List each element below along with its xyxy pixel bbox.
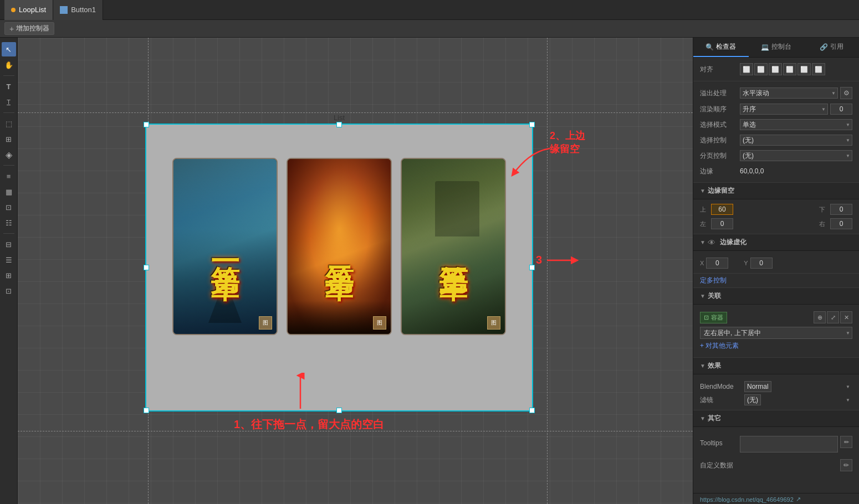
align-btn-top[interactable]: ⬜	[783, 63, 796, 75]
card-2[interactable]: 第二章 图	[287, 158, 392, 335]
effects-panel: BlendMode Normal 滤镜 (无)	[693, 374, 859, 410]
handle-ml[interactable]	[144, 265, 149, 270]
filter-select[interactable]: (无)	[744, 394, 761, 405]
tool-text[interactable]: T	[2, 79, 16, 94]
tooltips-edit-button[interactable]: ✏	[840, 436, 852, 448]
assoc-expand-button[interactable]: ⤢	[827, 311, 839, 323]
margin-summary-text: 60,0,0,0	[740, 167, 764, 175]
effects-collapse-arrow: ▼	[700, 363, 705, 369]
overflow-settings-button[interactable]: ⚙	[840, 87, 852, 99]
url-text[interactable]: https://blog.csdn.net/qq_46649692	[700, 496, 794, 503]
margin-left-input[interactable]	[711, 218, 733, 229]
assoc-alignment-select[interactable]: 左右居中, 上下居中	[700, 327, 852, 339]
align-btn-right[interactable]: ⬜	[769, 63, 782, 75]
blur-y-input[interactable]	[750, 258, 773, 269]
handle-bl[interactable]	[144, 408, 149, 413]
align-btn-center-v[interactable]: ⬜	[797, 63, 811, 75]
card-3[interactable]: 第三章 图	[401, 158, 506, 335]
left-tools: ↖ ✋ T T ⬚ ⊞ ◈ ≡ ▦ ⊡ ☷ ⊟ ☰ ⊞ ⊡	[0, 38, 18, 504]
blur-section-header[interactable]: ▼ 👁 边缘虚化	[693, 234, 859, 251]
tab-dot	[11, 8, 16, 12]
card-2-text: 第二章	[325, 243, 354, 250]
add-controller-button[interactable]: + 增加控制器	[4, 22, 54, 35]
render-order-select[interactable]: 升序	[740, 104, 828, 115]
tool-frame[interactable]: ⊡	[2, 200, 16, 214]
url-link-icon[interactable]: ↗	[796, 496, 801, 503]
margin-section-header[interactable]: ▼ 边缘留空	[693, 183, 859, 199]
more-control-row: 定多控制	[693, 274, 859, 288]
page-control-select[interactable]: (无)	[740, 150, 852, 161]
page-control-wrapper: (无)	[740, 150, 852, 161]
more-control-link[interactable]: 定多控制	[700, 276, 727, 284]
tab-button1[interactable]: Button1	[53, 0, 103, 20]
tab-looplist[interactable]: LoopList	[4, 0, 53, 20]
margin-right-input[interactable]	[830, 218, 852, 229]
overflow-row: 溢出处理 水平滚动 ⚙	[700, 85, 852, 101]
overflow-section: 溢出处理 水平滚动 ⚙ 渲染顺序 升序	[693, 81, 859, 183]
tool-select[interactable]: ↖	[2, 42, 16, 56]
blend-mode-select-wrapper: Normal	[744, 381, 852, 392]
blur-x-input[interactable]	[706, 258, 728, 269]
assoc-target-button[interactable]: ⊕	[814, 311, 826, 323]
handle-br[interactable]	[529, 408, 535, 413]
select-mode-select[interactable]: 单选	[740, 119, 852, 130]
card-1[interactable]: 第一章 图	[172, 158, 278, 335]
tab-reference[interactable]: 🔗 引用	[804, 38, 859, 57]
margin-top-input[interactable]	[711, 204, 733, 215]
tool-panel[interactable]: ☷	[2, 215, 16, 230]
select-control-wrapper: (无)	[740, 135, 852, 146]
tab-inspector[interactable]: 🔍 检查器	[693, 38, 749, 57]
custom-data-edit-button[interactable]: ✏	[840, 459, 852, 471]
handle-bc[interactable]	[336, 408, 342, 413]
list-container[interactable]: List 第一章 图	[145, 124, 533, 412]
render-order-select-wrapper: 升序	[740, 104, 828, 115]
console-label: 控制台	[771, 42, 791, 52]
tool-menu[interactable]: ☰	[2, 253, 16, 267]
align-btn-center-h[interactable]: ⬜	[754, 63, 768, 75]
tab-console[interactable]: 💻 控制台	[749, 38, 804, 57]
handle-tl[interactable]	[144, 122, 149, 127]
tool-page[interactable]: ⊡	[2, 284, 16, 298]
margin-section-title: 边缘留空	[708, 186, 734, 196]
assoc-section-header[interactable]: ▼ 关联	[693, 288, 859, 305]
tool-text2[interactable]: T	[2, 95, 16, 109]
handle-tc[interactable]	[336, 122, 342, 127]
page-control-label: 分页控制	[700, 151, 740, 161]
main-area: ↖ ✋ T T ⬚ ⊞ ◈ ≡ ▦ ⊡ ☷ ⊟ ☰ ⊞ ⊡ List	[0, 38, 859, 504]
tooltips-area[interactable]	[740, 436, 838, 452]
tool-table[interactable]: ▦	[2, 184, 16, 199]
tool-grid2[interactable]: ⊞	[2, 268, 16, 282]
others-section-title: 其它	[708, 414, 721, 423]
blend-mode-select[interactable]: Normal	[744, 381, 771, 392]
overflow-select[interactable]: 水平滚动	[740, 88, 838, 99]
add-other-element-link[interactable]: 对其他元素	[700, 339, 852, 353]
align-btn-bottom[interactable]: ⬜	[812, 63, 825, 75]
tool-hand[interactable]: ✋	[2, 58, 16, 72]
inspector-icon: 🔍	[705, 43, 714, 51]
handle-tr[interactable]	[529, 122, 535, 127]
tool-list[interactable]: ≡	[2, 169, 16, 183]
margin-bottom-item: 下	[819, 204, 852, 215]
tool-3d[interactable]: ◈	[2, 147, 16, 162]
assoc-close-button[interactable]: ✕	[840, 311, 852, 323]
right-tabs: 🔍 检查器 💻 控制台 🔗 引用	[693, 38, 859, 58]
select-mode-wrapper: 单选	[740, 119, 852, 130]
margin-bottom-input[interactable]	[830, 204, 852, 215]
page-control-value: (无)	[740, 150, 852, 161]
effects-section-header[interactable]: ▼ 效果	[693, 358, 859, 374]
render-order-input[interactable]	[830, 104, 852, 115]
render-order-value: 升序	[740, 104, 852, 115]
tool-grid[interactable]: ⊞	[2, 132, 16, 146]
select-control-row: 选择控制 (无)	[700, 132, 852, 148]
canvas-area[interactable]: List 第一章 图	[18, 38, 693, 504]
handle-mr[interactable]	[529, 265, 535, 270]
tool-separator-3	[3, 165, 14, 166]
tool-shape[interactable]: ⬚	[2, 116, 16, 131]
align-btn-left[interactable]: ⬜	[740, 63, 753, 75]
tool-dock[interactable]: ⊟	[2, 237, 16, 251]
others-section-header[interactable]: ▼ 其它	[693, 410, 859, 427]
tooltips-input-row: ✏	[740, 436, 852, 452]
inspector-label: 检查器	[716, 42, 736, 52]
select-control-select[interactable]: (无)	[740, 135, 852, 146]
assoc-container-tag: ⊡ 容器	[700, 312, 727, 323]
